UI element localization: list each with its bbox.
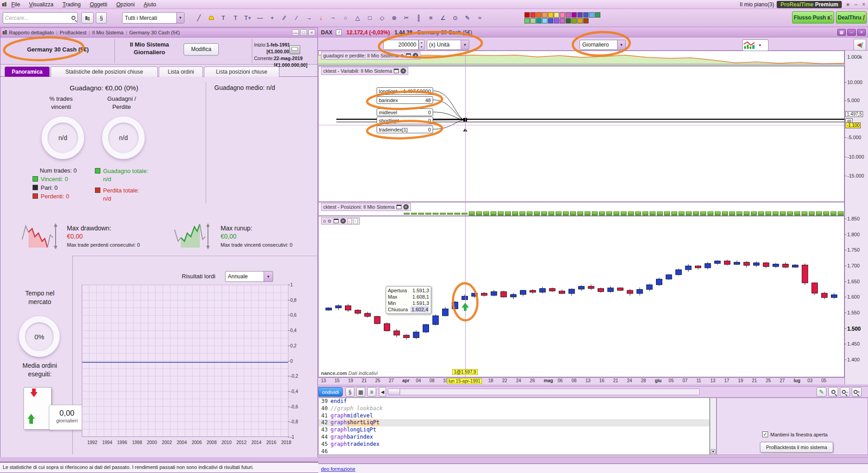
tick-mark xyxy=(844,157,846,157)
position-segment xyxy=(671,211,677,215)
editor-scrollbar[interactable]: ▼ xyxy=(710,398,717,455)
position-segment xyxy=(729,211,735,215)
resize-strip[interactable] xyxy=(318,457,868,464)
tick-mark xyxy=(844,313,846,313)
legend-label: Pari: 0 xyxy=(41,184,58,191)
date-label: 17 xyxy=(724,378,729,383)
zoom-in-icon[interactable]: + xyxy=(852,387,862,397)
position-segment xyxy=(454,213,460,215)
code-line[interactable]: 44graph barindex xyxy=(319,434,709,441)
date-label: apr xyxy=(402,378,410,383)
date-label: 05 xyxy=(821,378,826,383)
sell-marker-icon[interactable]: ↓ xyxy=(348,218,352,224)
zoom-reset-icon[interactable] xyxy=(828,387,838,397)
publish-icon[interactable]: ✎ xyxy=(816,387,826,397)
positions-panel-tag[interactable]: cktest - Posizioni: Il Mio Sistema × xyxy=(321,203,411,211)
position-segment xyxy=(686,211,692,215)
results-year-label: 2002 xyxy=(162,440,172,445)
popout-icon[interactable] xyxy=(394,69,399,73)
share-button[interactable]: ondividi xyxy=(318,387,343,397)
tick-mark xyxy=(288,300,290,300)
position-segment xyxy=(447,213,453,215)
tab-lista-posizioni-chiuse[interactable]: Lista posizioni chiuse xyxy=(204,66,279,77)
popout-icon[interactable] xyxy=(406,53,411,58)
variable-barindex: barindex48 xyxy=(377,96,433,104)
position-segment xyxy=(433,213,439,215)
legend-swatch xyxy=(33,185,38,190)
price-scale-label: 1.750 xyxy=(847,247,860,253)
zoom-out-icon[interactable]: – xyxy=(840,387,850,397)
wrench-icon[interactable]: ⚙ xyxy=(328,219,332,224)
code-line[interactable]: 46 xyxy=(319,448,709,455)
position-segment xyxy=(476,211,482,215)
tab-panoramica[interactable]: Panoramica xyxy=(5,66,50,77)
position-segment xyxy=(736,211,742,215)
tooltip-value: 1.591,3 xyxy=(412,300,429,306)
position-segment xyxy=(556,211,561,215)
tick-mark xyxy=(288,421,290,422)
date-label: 26 xyxy=(530,378,535,383)
results-year-label: 2010 xyxy=(222,440,231,445)
date-label: 13 xyxy=(321,378,326,383)
code-token: shortLiqPt xyxy=(347,419,379,426)
code-line[interactable]: 43graph longLiqPt xyxy=(319,426,709,434)
code-token: graph xyxy=(330,434,347,441)
code-line[interactable]: 41graph midlevel xyxy=(319,412,709,420)
position-segment xyxy=(700,211,706,215)
position-segment xyxy=(621,211,627,215)
variable-tradeindex1: tradeindex[1]0 xyxy=(377,126,433,133)
tab-lista-ordini[interactable]: Lista ordini xyxy=(159,66,203,77)
scroll-left-icon[interactable]: ◀ xyxy=(379,387,386,397)
run-backtest-button[interactable]: ProBacktesta il mio sistema xyxy=(760,442,833,453)
training-video-link[interactable]: deo formazione xyxy=(321,466,355,472)
position-segment xyxy=(773,211,778,215)
price-scale-label: 1.700 xyxy=(847,263,860,268)
line-number: 45 xyxy=(319,441,330,448)
close-icon[interactable]: × xyxy=(403,204,409,210)
position-segment xyxy=(722,211,728,215)
scroll-down-icon[interactable]: ▼ xyxy=(711,449,716,454)
date-label: 25 xyxy=(766,378,771,383)
code-line[interactable]: 40//graph lookback xyxy=(319,405,709,412)
variables-panel-tag[interactable]: cktest - Variabili: Il Mio Sistema × xyxy=(321,67,408,75)
price-chart-tools[interactable]: o ⚙ × ↓ ↑ xyxy=(321,217,360,225)
popout-icon[interactable] xyxy=(396,205,401,209)
results-y-tick: -0,4 xyxy=(290,389,298,394)
share-link-icon[interactable]: § xyxy=(345,387,354,397)
position-segment xyxy=(780,211,786,215)
keep-open-checkbox[interactable]: ✓ xyxy=(762,431,768,437)
date-label: 04 xyxy=(416,378,421,383)
code-editor[interactable]: 39endif40//graph lookback41graph midleve… xyxy=(318,398,710,455)
tick-mark xyxy=(844,297,846,297)
chart-scrollbar[interactable] xyxy=(388,389,700,395)
date-label: 21 xyxy=(362,378,367,383)
code-token: graph xyxy=(330,426,347,434)
price-scale-label: 1.850 xyxy=(847,216,860,221)
variable-midlevel: midlevel0 xyxy=(377,108,433,116)
close-icon[interactable]: × xyxy=(401,68,406,74)
close-icon[interactable]: × xyxy=(413,53,418,58)
tab-statistiche-delle-posizioni-chiuse[interactable]: Statistiche delle posizioni chiuse xyxy=(51,66,158,77)
scrollbar-thumb[interactable] xyxy=(388,389,400,395)
equity-panel-tag[interactable]: guadagni e perdite: Il Mio Sistema ⚙ × xyxy=(321,52,420,60)
results-year-label: 1996 xyxy=(117,440,127,445)
popout-icon[interactable] xyxy=(334,219,339,223)
notes-icon[interactable]: ▦ xyxy=(356,387,365,397)
position-segment xyxy=(498,211,504,215)
code-line[interactable]: 42graph shortLiqPt xyxy=(319,419,709,426)
indicator-icon[interactable]: o xyxy=(323,219,326,224)
compare-icon[interactable]: ≡ xyxy=(367,387,376,397)
position-segment xyxy=(411,213,417,215)
position-segment xyxy=(751,211,757,215)
tick-mark xyxy=(288,407,290,407)
code-line[interactable]: 39endif xyxy=(319,398,709,405)
price-scale-label: 1.400 xyxy=(847,357,860,362)
code-token: longLiqPt xyxy=(347,426,376,434)
code-line[interactable]: 45graph tradeindex xyxy=(319,441,709,448)
position-segment xyxy=(563,211,569,215)
line-number: 43 xyxy=(319,426,330,434)
buy-marker-icon[interactable]: ↑ xyxy=(354,218,358,224)
variable-value: 1.497,50000 xyxy=(403,89,431,94)
wrench-icon[interactable]: ⚙ xyxy=(400,53,404,58)
close-icon[interactable]: × xyxy=(340,218,346,224)
